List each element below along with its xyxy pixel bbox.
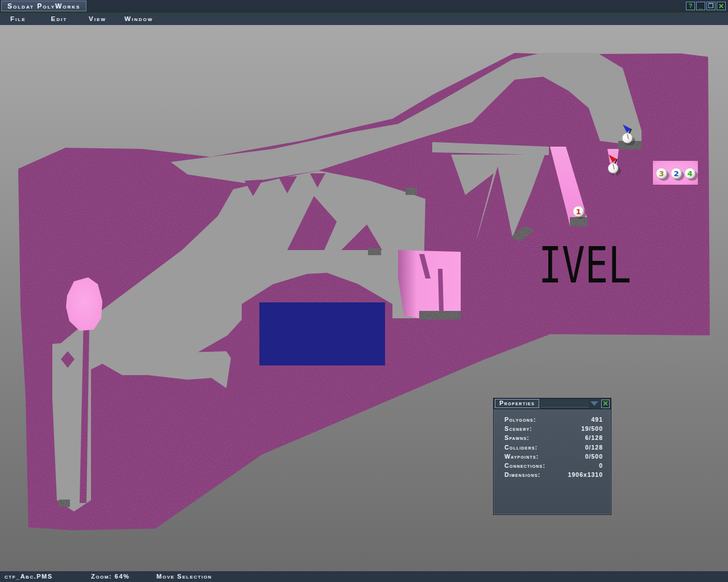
property-label: Dimensions:: [504, 471, 541, 480]
platform: [419, 311, 461, 319]
status-filename: ctf_Abc.PMS: [5, 573, 53, 580]
map-editor-canvas[interactable]: IVEL 1 3 2 4: [0, 26, 728, 571]
properties-panel: Properties ✕ Polygons:491 Scenery:19/500…: [493, 398, 611, 515]
app-title-box: Soldat PolyWorks: [1, 1, 86, 11]
map-canvas-svg[interactable]: IVEL 1 3 2 4: [0, 26, 728, 571]
property-value: 1906x1310: [568, 471, 603, 480]
property-row: Waypoints:0/500: [504, 453, 603, 462]
status-zoom-level: Zoom: 64%: [91, 573, 130, 580]
property-value: 19/500: [581, 425, 603, 434]
minimize-button[interactable]: _: [696, 2, 705, 10]
property-label: Connections:: [504, 462, 545, 471]
menu-window[interactable]: Window: [120, 14, 158, 24]
property-label: Scenery:: [504, 425, 532, 434]
property-label: Spawns:: [504, 434, 530, 443]
property-label: Polygons:: [504, 416, 536, 425]
menu-bar: File Edit View Window: [0, 13, 728, 26]
status-active-tool: Move Selection: [156, 573, 212, 580]
property-value: 491: [591, 416, 603, 425]
svg-text:3: 3: [659, 169, 664, 178]
panel-close-button[interactable]: ✕: [601, 400, 610, 408]
close-button[interactable]: ✕: [717, 2, 726, 10]
properties-panel-titlebar[interactable]: Properties ✕: [494, 398, 611, 409]
pink-mid-room: [398, 250, 461, 318]
help-button[interactable]: ?: [686, 2, 695, 10]
svg-text:2: 2: [673, 169, 679, 178]
platform: [59, 500, 70, 507]
platform: [406, 188, 417, 195]
property-label: Colliders:: [504, 444, 537, 453]
properties-panel-slot: [541, 400, 589, 408]
properties-panel-body: Polygons:491 Scenery:19/500 Spawns:6/128…: [494, 409, 611, 480]
property-row: Connections:0: [504, 462, 603, 471]
property-value: 0/500: [585, 453, 603, 462]
property-value: 6/128: [585, 434, 603, 443]
property-row: Dimensions:1906x1310: [504, 471, 603, 480]
menu-file[interactable]: File: [6, 14, 30, 24]
property-label: Waypoints:: [504, 453, 539, 462]
restore-button[interactable]: ❐: [706, 2, 715, 10]
property-row: Scenery:19/500: [504, 425, 603, 434]
window-controls: ? _ ❐ ✕: [686, 2, 726, 10]
platform: [368, 248, 381, 255]
app-title: Soldat PolyWorks: [7, 2, 80, 10]
property-row: Polygons:491: [504, 416, 603, 425]
property-value: 0: [599, 462, 603, 471]
svg-text:1: 1: [576, 207, 581, 216]
blue-water-rect[interactable]: [259, 302, 385, 365]
polyworks-window: Soldat PolyWorks ? _ ❐ ✕ File Edit View …: [0, 0, 728, 582]
title-bar[interactable]: Soldat PolyWorks ? _ ❐ ✕: [0, 0, 728, 13]
property-value: 0/128: [585, 444, 603, 453]
properties-panel-title: Properties: [495, 399, 539, 409]
svg-text:4: 4: [687, 169, 692, 178]
status-bar: ctf_Abc.PMS Zoom: 64% Move Selection: [0, 571, 728, 582]
map-scenery-text[interactable]: IVEL: [539, 236, 631, 294]
property-row: Spawns:6/128: [504, 434, 603, 443]
menu-edit[interactable]: Edit: [46, 14, 72, 24]
menu-view[interactable]: View: [84, 14, 111, 24]
property-row: Colliders:0/128: [504, 444, 603, 453]
collapse-arrow-icon[interactable]: [590, 401, 598, 406]
